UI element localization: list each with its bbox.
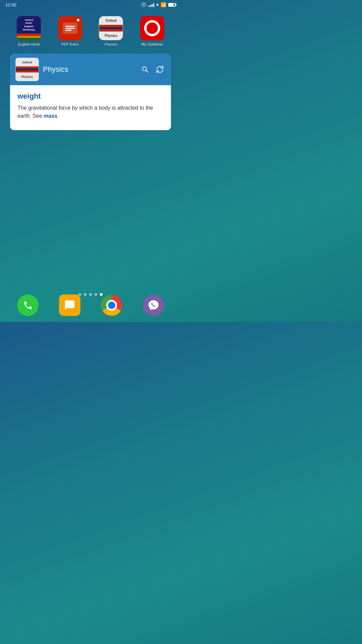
svg-line-1 bbox=[146, 70, 148, 72]
dock-chrome[interactable] bbox=[101, 294, 122, 316]
battery-icon bbox=[168, 3, 176, 7]
widget-app-icon: Oxford Physics bbox=[15, 58, 39, 81]
word-link[interactable]: mass bbox=[44, 113, 57, 119]
app-label-english-hindi: English-Hindi bbox=[18, 42, 40, 46]
app-label-vodafone: My Vodafone bbox=[141, 42, 163, 46]
app-item-physics[interactable]: Oxford Physics Physics bbox=[99, 16, 123, 46]
vodafone-symbol bbox=[144, 20, 160, 36]
chrome-icon bbox=[101, 294, 122, 316]
widget-content: weight The gravitational force by which … bbox=[10, 85, 171, 130]
physics-stripes bbox=[99, 25, 123, 32]
dock-phone[interactable] bbox=[17, 294, 39, 316]
app-item-english-hindi[interactable]: OxfordHindi-EnglishDictionary English-Hi… bbox=[17, 16, 41, 46]
refresh-button[interactable] bbox=[154, 64, 166, 75]
dock-viber[interactable] bbox=[143, 294, 164, 316]
wifi-icon: ▾ bbox=[156, 2, 159, 7]
physics-top-text: Oxford bbox=[99, 16, 123, 25]
wifi-signal: 📶 bbox=[161, 2, 166, 7]
app-icon-physics: Oxford Physics bbox=[99, 16, 123, 40]
time: 12:50 bbox=[5, 2, 16, 7]
pdf-dot bbox=[77, 19, 79, 21]
status-bar: 12:50 R ▾ 📶 bbox=[0, 0, 181, 9]
word-of-day: weight bbox=[17, 92, 164, 101]
app-label-physics: Physics bbox=[105, 42, 117, 46]
physics-bottom-text: Physics bbox=[99, 32, 123, 40]
dock-message[interactable] bbox=[59, 294, 80, 316]
pdf-card bbox=[63, 22, 77, 34]
widget-header: Oxford Physics Physics bbox=[10, 54, 171, 85]
app-item-pdf-extra[interactable]: PDF Extra bbox=[58, 16, 82, 46]
search-button[interactable] bbox=[139, 64, 151, 75]
signal-bars bbox=[148, 2, 154, 7]
registered-icon: R bbox=[141, 2, 146, 7]
app-label-pdf: PDF Extra bbox=[61, 42, 78, 46]
widget-actions bbox=[139, 64, 166, 75]
app-icon-vodafone bbox=[140, 16, 164, 40]
app-item-vodafone[interactable]: My Vodafone bbox=[140, 16, 164, 46]
oxford-physics-widget: Oxford Physics Physics bbox=[10, 54, 171, 130]
word-definition: The gravitational force by which a body … bbox=[17, 104, 164, 120]
app-icon-english-hindi: OxfordHindi-EnglishDictionary bbox=[17, 16, 41, 40]
status-icons: R ▾ 📶 bbox=[141, 2, 176, 7]
widget-title: Physics bbox=[43, 65, 135, 74]
dock bbox=[0, 292, 181, 322]
app-icon-pdf bbox=[58, 16, 82, 40]
app-grid: OxfordHindi-EnglishDictionary English-Hi… bbox=[0, 9, 181, 50]
